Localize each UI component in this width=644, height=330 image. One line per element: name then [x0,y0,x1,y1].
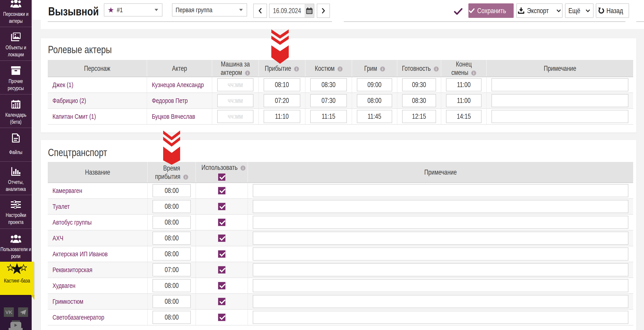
svg-text:VK: VK [6,310,12,315]
